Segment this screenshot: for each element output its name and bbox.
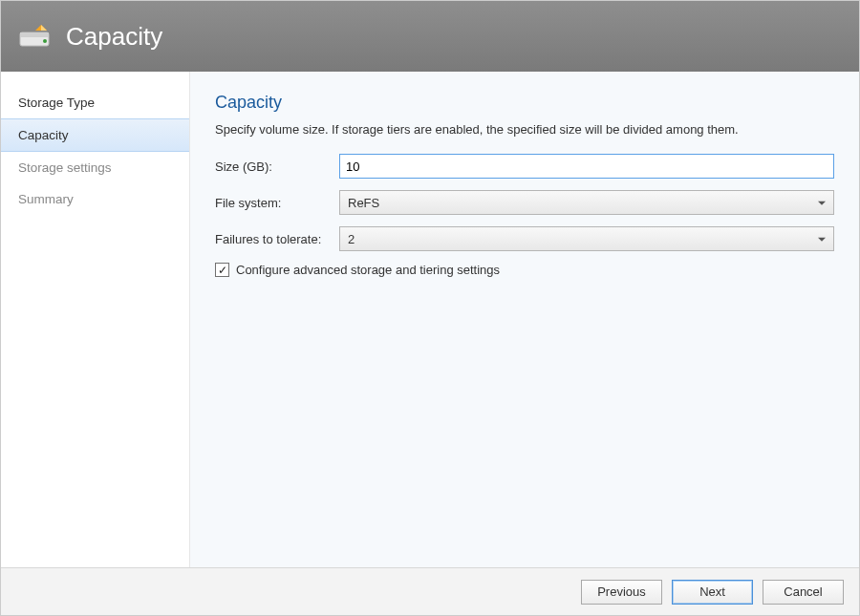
next-button[interactable]: Next — [672, 580, 753, 605]
advanced-settings-label: Configure advanced storage and tiering s… — [236, 263, 500, 277]
size-label: Size (GB): — [215, 159, 339, 174]
content-panel: Capacity Specify volume size. If storage… — [190, 72, 859, 567]
check-icon: ✓ — [218, 265, 227, 276]
wizard-footer: Previous Next Cancel — [1, 567, 859, 615]
failures-select[interactable]: 2 — [339, 226, 834, 251]
svg-point-2 — [43, 39, 47, 43]
sidebar-item-capacity[interactable]: Capacity — [1, 118, 189, 152]
failures-value: 2 — [348, 232, 355, 246]
filesystem-label: File system: — [215, 196, 339, 210]
svg-marker-4 — [41, 25, 47, 31]
sidebar-item-storage-type[interactable]: Storage Type — [1, 87, 189, 118]
wizard-title: Capacity — [66, 22, 162, 52]
advanced-settings-checkbox[interactable]: ✓ — [215, 263, 229, 277]
drive-icon — [18, 23, 53, 50]
sidebar-item-label: Summary — [18, 192, 74, 206]
sidebar-item-label: Capacity — [18, 128, 69, 142]
previous-button[interactable]: Previous — [581, 580, 662, 605]
sidebar-item-label: Storage settings — [18, 160, 112, 175]
filesystem-value: ReFS — [348, 196, 379, 210]
size-input[interactable] — [339, 154, 834, 179]
page-description: Specify volume size. If storage tiers ar… — [215, 122, 834, 137]
svg-rect-1 — [20, 32, 49, 37]
cancel-button[interactable]: Cancel — [763, 580, 844, 605]
failures-label: Failures to tolerate: — [215, 232, 339, 246]
page-title: Capacity — [215, 93, 834, 113]
wizard-steps: Storage Type Capacity Storage settings S… — [1, 72, 190, 567]
filesystem-select[interactable]: ReFS — [339, 190, 834, 215]
sidebar-item-label: Storage Type — [18, 96, 95, 110]
wizard-header: Capacity — [1, 1, 859, 72]
sidebar-item-storage-settings: Storage settings — [1, 152, 189, 183]
sidebar-item-summary: Summary — [1, 183, 189, 215]
